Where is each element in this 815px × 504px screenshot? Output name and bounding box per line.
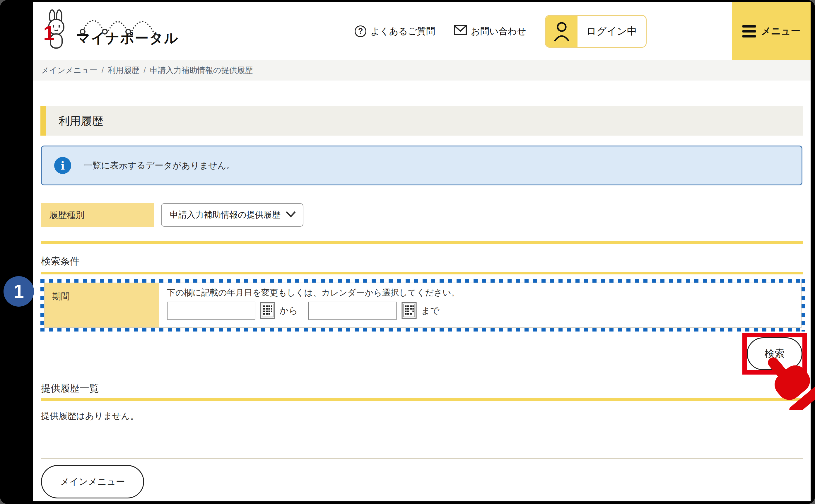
menu-button[interactable]: メニュー (732, 2, 811, 60)
breadcrumb-separator: / (143, 66, 146, 75)
breadcrumb-separator: / (102, 66, 104, 75)
period-instruction: 下の欄に記載の年月日を変更もしくは、カレンダーから選択してください。 (167, 287, 801, 299)
highlight-dotted-border (40, 328, 805, 332)
login-status-button[interactable]: ログイン中 (545, 15, 647, 48)
search-conditions-heading: 検索条件 (41, 255, 80, 268)
highlight-dotted-border (40, 279, 44, 332)
breadcrumb-usage-history[interactable]: 利用履歴 (108, 65, 139, 76)
notice-text: 一覧に表示するデータがありません。 (83, 160, 235, 172)
calendar-icon (401, 302, 417, 320)
menu-label: メニュー (761, 25, 800, 38)
date-range-row: から (167, 302, 801, 320)
search-button[interactable]: 検索 (747, 337, 802, 370)
login-status-label: ログイン中 (577, 16, 646, 47)
contact-label: お問い合わせ (471, 25, 526, 37)
logo[interactable]: 1 マイナ (40, 9, 179, 52)
period-row: 期間 下の欄に記載の年月日を変更もしくは、カレンダーから選択してください。 (44, 283, 802, 328)
hamburger-icon (742, 25, 756, 37)
page: 1 マイナ (33, 2, 811, 501)
svg-text:1: 1 (43, 22, 54, 44)
contact-link[interactable]: お問い合わせ (454, 25, 526, 37)
history-type-select[interactable]: 申請入力補助情報の提供履歴 (161, 203, 303, 227)
header-links: ? よくあるご質問 お問い合わせ (355, 2, 647, 60)
faq-label: よくあるご質問 (370, 25, 435, 37)
calendar-from-button[interactable] (260, 302, 275, 319)
step-badge: 1 (4, 276, 34, 307)
bounce-arcs-icon (78, 8, 177, 41)
provision-history-underline (41, 398, 803, 401)
person-icon (546, 16, 577, 47)
to-suffix: まで (421, 305, 439, 317)
page-title: 利用履歴 (59, 114, 103, 129)
highlight-dotted-border (802, 279, 805, 332)
date-to-input[interactable] (308, 302, 397, 320)
breadcrumb-main-menu[interactable]: メインメニュー (41, 65, 98, 76)
date-from-input[interactable] (167, 302, 255, 320)
section-divider-rule (41, 241, 803, 244)
envelope-icon (454, 25, 467, 37)
highlight-dotted-border (40, 279, 805, 283)
footer-divider (41, 458, 803, 459)
calendar-to-button[interactable] (401, 302, 417, 319)
question-circle-icon: ? (355, 25, 366, 37)
chevron-down-icon (286, 211, 296, 219)
breadcrumb-current-page: 申請入力補助情報の提供履歴 (150, 65, 253, 76)
search-conditions-underline (41, 272, 803, 274)
provision-history-heading: 提供履歴一覧 (41, 382, 99, 395)
empty-results-text: 提供履歴はありません。 (41, 410, 139, 422)
screenshot-frame: 1 マイナ (0, 0, 815, 504)
info-icon: i (54, 157, 71, 174)
main-menu-button[interactable]: メインメニュー (41, 465, 144, 498)
history-type-selected-value: 申請入力補助情報の提供履歴 (170, 209, 281, 221)
rabbit-mascot-icon: 1 (40, 9, 72, 52)
breadcrumb: メインメニュー / 利用履歴 / 申請入力補助情報の提供履歴 (33, 60, 811, 81)
period-section: 期間 下の欄に記載の年月日を変更もしくは、カレンダーから選択してください。 (40, 279, 805, 332)
period-label: 期間 (45, 283, 159, 327)
from-suffix: から (279, 305, 298, 317)
faq-link[interactable]: ? よくあるご質問 (355, 25, 435, 37)
calendar-icon (260, 302, 275, 320)
search-highlight-frame: 検索 (742, 333, 807, 375)
period-fields: 下の欄に記載の年月日を変更もしくは、カレンダーから選択してください。 (159, 283, 801, 327)
page-title-bar: 利用履歴 (40, 106, 803, 136)
history-type-label: 履歴種別 (41, 203, 154, 227)
header: 1 マイナ (33, 2, 811, 60)
notice-banner: i 一覧に表示するデータがありません。 (41, 146, 802, 185)
